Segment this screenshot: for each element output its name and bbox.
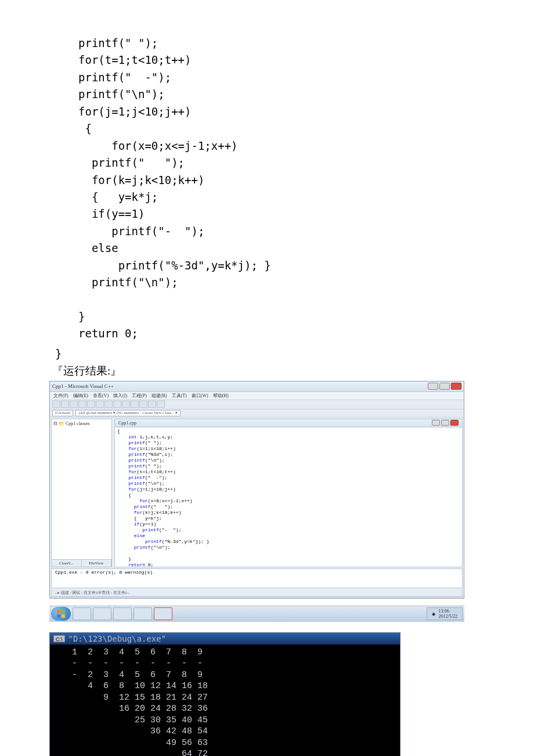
svg-rect-2 — [57, 614, 60, 618]
menu-tools[interactable]: 工具(T) — [172, 393, 187, 399]
task-explorer[interactable] — [93, 607, 111, 620]
console-window: C:\ "D:\123\Debug\a.exe" 1 2 3 4 5 6 7 8… — [49, 632, 400, 756]
combo-globals[interactable]: (Globals) — [52, 410, 73, 416]
ide-sidebar: ⊟ 📁 Cpp1 classes ClassV... FileView — [51, 419, 112, 567]
build-output: Cpp1.exe - 0 error(s), 0 warning(s) — [51, 568, 463, 588]
menu-insert[interactable]: 插入(I) — [113, 393, 127, 399]
menu-build[interactable]: 组建(B) — [151, 393, 167, 399]
tool-compile[interactable] — [139, 401, 147, 408]
maximize-button[interactable] — [439, 383, 450, 390]
svg-rect-1 — [62, 610, 65, 613]
tool-paste[interactable] — [104, 401, 113, 408]
tool-go[interactable] — [157, 401, 165, 408]
editor-close[interactable] — [450, 420, 459, 426]
taskbar: ◆ 13:06 2012/5/22 — [49, 606, 464, 622]
tool-build[interactable] — [148, 401, 156, 408]
task-item5[interactable] — [154, 607, 172, 620]
system-tray[interactable]: ◆ 13:06 2012/5/22 — [427, 607, 463, 620]
tool-undo[interactable] — [113, 401, 121, 408]
editor-body[interactable]: { int i,j,k,t,x,y; printf(" "); for(i=1;… — [115, 427, 462, 567]
output-tabs[interactable]: ‹ ▸ 组建 / 调试 \ 在文件1中查找 \ 在文件2 ‹ — [51, 589, 463, 597]
tree-minus-icon[interactable]: ⊟ — [53, 421, 59, 426]
editor-min[interactable] — [432, 420, 440, 426]
console-output: 1 2 3 4 5 6 7 8 9 - - - - - - - - - - 2 … — [50, 645, 400, 756]
tool-copy[interactable] — [96, 401, 104, 408]
tool-find[interactable] — [131, 401, 139, 408]
menu-window[interactable]: 窗口(W) — [192, 393, 208, 399]
sidebar-classes-item[interactable]: Cpp1 classes — [66, 421, 90, 426]
tool-cut[interactable] — [87, 401, 95, 408]
menu-file[interactable]: 文件(F) — [53, 393, 68, 399]
tab-fileview[interactable]: FileView — [82, 560, 112, 567]
tool-open[interactable] — [61, 401, 69, 408]
menu-help[interactable]: 帮助(H) — [213, 393, 229, 399]
tray-icon: ◆ — [432, 611, 435, 617]
tab-classview[interactable]: ClassV... — [52, 560, 82, 567]
result-label: 『运行结果:』 — [52, 363, 485, 379]
task-ie[interactable] — [73, 607, 91, 620]
ide-editor: Cpp1.cpp { int i,j,k,t,x,y; printf(" ");… — [114, 419, 463, 567]
ide-statusbar: 行 28, 列 1 — [50, 597, 464, 599]
tray-date: 2012/5/22 — [439, 614, 457, 619]
ide-titlebar: Cpp1 - Microsoft Visual C++ — [50, 381, 464, 392]
tool-save[interactable] — [70, 401, 78, 408]
menu-view[interactable]: 查看(V) — [93, 393, 109, 399]
console-title-text: "D:\123\Debug\a.exe" — [68, 634, 167, 643]
task-item3[interactable] — [113, 607, 132, 620]
tray-time: 13:06 — [439, 609, 457, 614]
task-item4[interactable] — [134, 607, 152, 620]
svg-rect-3 — [62, 614, 65, 618]
console-titlebar: C:\ "D:\123\Debug\a.exe" — [50, 633, 400, 645]
close-button[interactable] — [451, 383, 461, 390]
minimize-button[interactable] — [428, 383, 438, 390]
tool-saveall[interactable] — [78, 401, 86, 408]
svg-rect-0 — [57, 610, 60, 613]
ide-toolbar2: (Globals) (All global members ▾ (No memb… — [50, 409, 464, 417]
editor-tab-title[interactable]: Cpp1.cpp — [118, 420, 136, 426]
ide-title: Cpp1 - Microsoft Visual C++ — [52, 383, 114, 389]
source-code: printf(" "); for(t=1;t<10;t++) printf(" … — [78, 35, 485, 343]
start-button[interactable] — [51, 607, 71, 621]
menu-project[interactable]: 工程(P) — [132, 393, 147, 399]
ide-window: Cpp1 - Microsoft Visual C++ 文件(F) 编辑(E) … — [49, 381, 464, 599]
ide-toolbar — [50, 400, 464, 409]
windows-icon — [56, 609, 66, 618]
console-icon: C:\ — [53, 635, 65, 642]
editor-max[interactable] — [441, 420, 449, 426]
tool-redo[interactable] — [122, 401, 130, 408]
ide-menubar: 文件(F) 编辑(E) 查看(V) 插入(I) 工程(P) 组建(B) 工具(T… — [50, 392, 464, 400]
menu-edit[interactable]: 编辑(E) — [73, 393, 88, 399]
tool-new[interactable] — [52, 401, 60, 408]
combo-members[interactable]: (All global members ▾ (No members - Crea… — [75, 410, 181, 416]
status-pos: 行 28, 列 1 — [441, 598, 460, 599]
